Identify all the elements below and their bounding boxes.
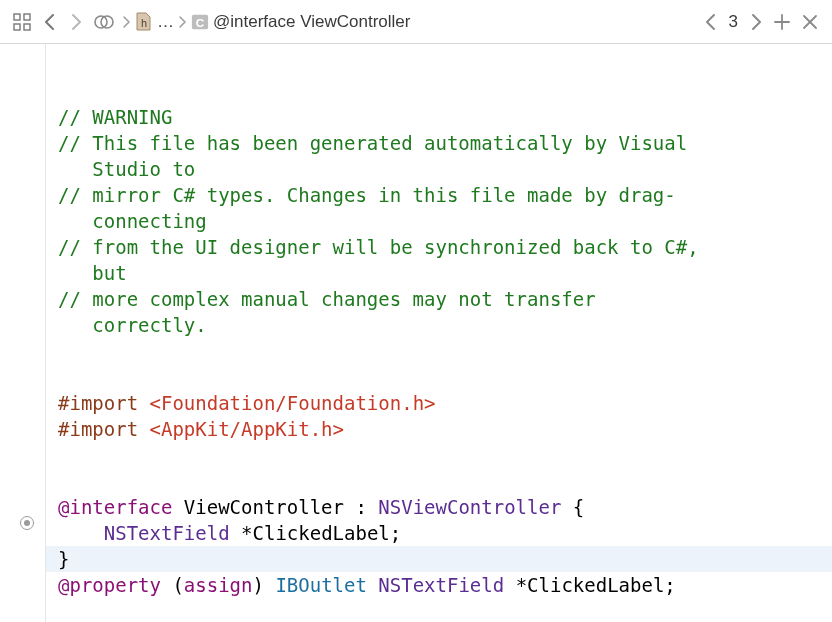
nav-forward-button[interactable] — [66, 10, 86, 34]
outlet-connection-icon[interactable] — [20, 516, 34, 530]
code-area[interactable]: // WARNING // This file has been generat… — [46, 44, 832, 622]
source-code[interactable]: // WARNING // This file has been generat… — [58, 104, 820, 622]
header-file-icon: h — [135, 13, 153, 31]
editor: // WARNING // This file has been generat… — [0, 44, 832, 622]
issue-next-button[interactable] — [746, 10, 766, 34]
issue-prev-button[interactable] — [701, 10, 721, 34]
issue-count: 3 — [725, 12, 742, 32]
close-button[interactable] — [798, 10, 822, 34]
issue-stepper: 3 — [701, 10, 822, 34]
svg-text:h: h — [141, 17, 148, 30]
breadcrumb[interactable]: h … C @interface ViewController — [122, 12, 695, 32]
svg-rect-1 — [24, 14, 30, 20]
svg-text:C: C — [196, 15, 205, 28]
svg-rect-3 — [24, 24, 30, 30]
class-symbol-icon: C — [191, 13, 209, 31]
breadcrumb-symbol[interactable]: @interface ViewController — [213, 12, 410, 32]
add-button[interactable] — [770, 10, 794, 34]
editor-toolbar: h … C @interface ViewController 3 — [0, 0, 832, 44]
nav-back-button[interactable] — [40, 10, 60, 34]
svg-rect-0 — [14, 14, 20, 20]
breadcrumb-ellipsis[interactable]: … — [157, 12, 174, 32]
chevron-right-icon — [178, 15, 187, 29]
chevron-right-icon — [122, 15, 131, 29]
related-items-button[interactable] — [10, 10, 34, 34]
svg-rect-2 — [14, 24, 20, 30]
counterparts-button[interactable] — [92, 10, 116, 34]
gutter[interactable] — [0, 44, 46, 622]
